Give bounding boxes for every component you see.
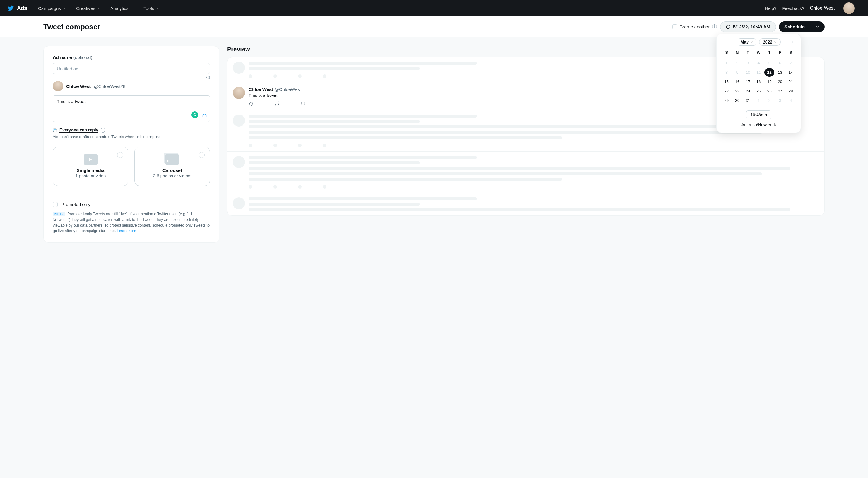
calendar-day[interactable]: 25 bbox=[753, 87, 764, 95]
calendar-day: 4 bbox=[753, 59, 764, 67]
calendar-day: 2 bbox=[765, 96, 774, 105]
primary-nav: Campaigns Creatives Analytics Tools bbox=[34, 0, 164, 16]
nav-analytics[interactable]: Analytics bbox=[106, 0, 138, 16]
tweet-text-input[interactable]: This is a tweet G bbox=[53, 95, 210, 122]
retweet-icon[interactable] bbox=[275, 101, 279, 106]
like-icon[interactable] bbox=[301, 101, 305, 106]
divider bbox=[53, 195, 210, 195]
calendar-day[interactable]: 13 bbox=[775, 68, 785, 77]
product-label: Ads bbox=[17, 5, 27, 11]
chevron-down-icon bbox=[156, 6, 159, 10]
learn-more-link[interactable]: Learn more bbox=[117, 229, 136, 233]
reply-settings-button[interactable]: Everyone can reply bbox=[60, 127, 98, 132]
single-media-icon bbox=[84, 154, 98, 165]
avatar bbox=[233, 87, 245, 99]
calendar-day[interactable]: 23 bbox=[732, 87, 742, 95]
chevron-down-icon bbox=[837, 6, 841, 10]
ad-name-counter: 80 bbox=[53, 75, 210, 80]
calendar-day[interactable]: 16 bbox=[732, 77, 742, 86]
calendar-day[interactable]: 12 bbox=[765, 68, 774, 77]
info-icon: i bbox=[100, 128, 105, 132]
note-tag: NOTE bbox=[53, 212, 65, 216]
calendar-day[interactable]: 14 bbox=[786, 68, 796, 77]
calendar-dow: T bbox=[743, 49, 753, 57]
calendar-day[interactable]: 22 bbox=[721, 87, 732, 95]
calendar-day: 2 bbox=[732, 59, 742, 67]
account-menu[interactable]: Chloe West bbox=[810, 2, 861, 14]
calendar-dow: M bbox=[732, 49, 742, 57]
scheduled-datetime-button[interactable]: 5/12/22, 10:48 AM bbox=[720, 22, 776, 32]
calendar-time-button[interactable]: 10:48am bbox=[746, 110, 771, 119]
calendar-day: 3 bbox=[743, 59, 753, 67]
media-title: Single media bbox=[77, 168, 105, 173]
calendar-day: 6 bbox=[775, 59, 785, 67]
account-name: Chloe West bbox=[810, 5, 835, 11]
radio-icon bbox=[117, 152, 123, 158]
author-name: Chloe West bbox=[66, 84, 91, 89]
nav-campaigns[interactable]: Campaigns bbox=[34, 0, 71, 16]
calendar-day[interactable]: 26 bbox=[765, 87, 774, 95]
skeleton-avatar bbox=[233, 62, 245, 74]
calendar-day[interactable]: 28 bbox=[786, 87, 796, 95]
calendar-prev-button[interactable] bbox=[721, 38, 729, 46]
ad-name-label: Ad name bbox=[53, 55, 72, 60]
create-another-label: Create another bbox=[680, 24, 710, 29]
avatar bbox=[843, 2, 855, 14]
calendar-time-row: 10:48am bbox=[721, 110, 796, 119]
skeleton-avatar bbox=[233, 156, 245, 168]
logo-area[interactable]: Ads bbox=[7, 5, 27, 11]
globe-icon: 🌐 bbox=[53, 128, 57, 132]
carousel-media-icon bbox=[165, 154, 179, 165]
calendar-month-select[interactable]: May bbox=[737, 38, 757, 46]
media-option-carousel[interactable]: Carousel 2-6 photos or videos bbox=[134, 147, 210, 186]
calendar-day[interactable]: 15 bbox=[721, 77, 732, 86]
media-option-single[interactable]: Single media 1 photo or video bbox=[53, 147, 128, 186]
tweet-text: This is a tweet bbox=[57, 99, 86, 104]
chevron-down-icon bbox=[63, 6, 66, 10]
calendar-day[interactable]: 20 bbox=[775, 77, 785, 86]
calendar-dow: S bbox=[721, 49, 732, 57]
skeleton-item bbox=[227, 152, 824, 193]
calendar-dow: F bbox=[775, 49, 785, 57]
grammarly-icon[interactable]: G bbox=[191, 112, 198, 118]
spinner-icon bbox=[203, 114, 207, 118]
nav-creatives[interactable]: Creatives bbox=[72, 0, 105, 16]
nav-tools[interactable]: Tools bbox=[139, 0, 164, 16]
promoted-note: NOTE Promoted-only Tweets are still "liv… bbox=[53, 211, 210, 234]
promoted-only-label: Promoted only bbox=[61, 202, 91, 207]
scheduled-datetime-label: 5/12/22, 10:48 AM bbox=[733, 24, 770, 29]
create-another-toggle[interactable]: Create another i bbox=[672, 24, 717, 29]
calendar-day[interactable]: 17 bbox=[743, 77, 753, 86]
info-icon: i bbox=[712, 25, 717, 29]
calendar-day[interactable]: 21 bbox=[786, 77, 796, 86]
calendar-dow: T bbox=[765, 49, 774, 57]
schedule-button[interactable]: Schedule bbox=[779, 22, 810, 32]
calendar-timezone: America/New York bbox=[721, 122, 796, 127]
help-link[interactable]: Help? bbox=[765, 6, 776, 11]
twitter-bird-icon bbox=[7, 5, 14, 11]
author-handle: @ChloeWest28 bbox=[94, 84, 125, 89]
calendar-year-select[interactable]: 2022 bbox=[759, 38, 781, 46]
skeleton-item bbox=[227, 193, 824, 215]
calendar-next-button[interactable] bbox=[788, 38, 796, 46]
calendar-day[interactable]: 18 bbox=[753, 77, 764, 86]
ad-name-input[interactable] bbox=[53, 63, 210, 74]
schedule-dropdown-button[interactable] bbox=[810, 22, 825, 32]
feedback-link[interactable]: Feedback? bbox=[782, 6, 804, 11]
media-subtitle: 1 photo or video bbox=[75, 173, 106, 178]
calendar-day[interactable]: 31 bbox=[743, 96, 753, 105]
calendar-grid: SMTWTFS123456789101112131415161718192021… bbox=[721, 49, 796, 105]
calendar-day[interactable]: 27 bbox=[775, 87, 785, 95]
media-title: Carousel bbox=[162, 168, 182, 173]
calendar-day[interactable]: 30 bbox=[732, 96, 742, 105]
nav-label: Analytics bbox=[110, 6, 128, 11]
reply-icon[interactable] bbox=[249, 101, 253, 106]
calendar-day[interactable]: 29 bbox=[721, 96, 732, 105]
calendar-day[interactable]: 19 bbox=[765, 77, 774, 86]
calendar-day[interactable]: 24 bbox=[743, 87, 753, 95]
avatar bbox=[53, 81, 63, 91]
ad-name-optional: (optional) bbox=[73, 55, 92, 60]
promoted-only-toggle[interactable]: Promoted only bbox=[53, 202, 210, 207]
year-label: 2022 bbox=[763, 39, 772, 44]
checkbox-icon bbox=[53, 202, 58, 207]
